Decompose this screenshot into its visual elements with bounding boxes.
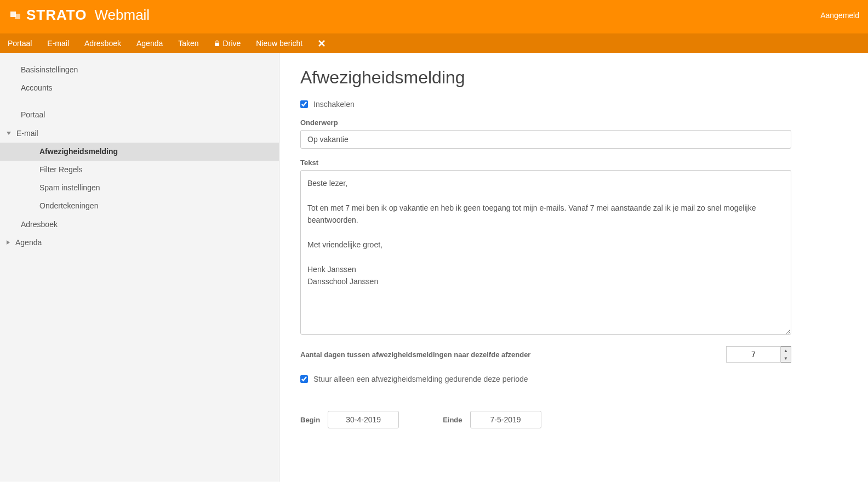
sidebar-email[interactable]: E-mail	[0, 125, 279, 143]
text-textarea[interactable]	[300, 170, 791, 335]
begin-label: Begin	[300, 416, 320, 424]
nav-new-message[interactable]: Nieuw bericht	[256, 39, 302, 48]
nav-adresboek[interactable]: Adresboek	[84, 39, 121, 48]
nav-drive[interactable]: Drive	[214, 39, 241, 48]
date-row: Begin Einde	[300, 411, 791, 428]
brand-name: STRATO	[26, 7, 87, 24]
spinner-down[interactable]: ▼	[781, 354, 791, 362]
sidebar-ondertekeningen[interactable]: Ondertekeningen	[0, 197, 279, 215]
days-row: Aantal dagen tussen afwezigheidsmeldinge…	[300, 346, 791, 363]
close-icon	[318, 39, 326, 47]
spinner-buttons: ▲ ▼	[781, 346, 791, 363]
caret-right-icon	[7, 240, 10, 245]
begin-input[interactable]	[328, 411, 399, 428]
lock-icon	[214, 40, 220, 47]
sidebar-filter-regels[interactable]: Filter Regels	[0, 161, 279, 179]
page-title: Afwezigheidsmelding	[300, 67, 847, 88]
nav-taken[interactable]: Taken	[178, 39, 198, 48]
header-top: STRATO Webmail Aangemeld	[0, 0, 868, 33]
enable-label[interactable]: Inschakelen	[313, 100, 355, 109]
sidebar-email-label: E-mail	[16, 127, 38, 140]
sidebar-portaal[interactable]: Portaal	[0, 106, 279, 124]
enable-row: Inschakelen	[300, 100, 847, 109]
spinner-up[interactable]: ▲	[781, 347, 791, 354]
product-name: Webmail	[94, 7, 150, 24]
einde-label: Einde	[443, 416, 462, 424]
nav-email[interactable]: E-mail	[47, 39, 69, 48]
begin-group: Begin	[300, 411, 399, 428]
period-row: Stuur alleen een afwezigheidsmelding ged…	[300, 375, 847, 383]
nav-portaal[interactable]: Portaal	[8, 39, 32, 48]
sidebar-afwezigheidsmelding[interactable]: Afwezigheidsmelding	[0, 143, 279, 161]
sidebar-adresboek[interactable]: Adresboek	[0, 216, 279, 234]
header: STRATO Webmail Aangemeld Portaal E-mail …	[0, 0, 868, 53]
container: Basisinstellingen Accounts Portaal E-mai…	[0, 53, 868, 482]
sidebar-spam-instellingen[interactable]: Spam instellingen	[0, 179, 279, 197]
nav-close[interactable]	[318, 39, 326, 47]
einde-input[interactable]	[470, 411, 541, 428]
einde-group: Einde	[443, 411, 541, 428]
subject-label: Onderwerp	[300, 118, 847, 127]
subject-input[interactable]	[300, 130, 791, 149]
period-label[interactable]: Stuur alleen een afwezigheidsmelding ged…	[313, 375, 528, 383]
sidebar-agenda[interactable]: Agenda	[0, 234, 279, 252]
days-input[interactable]	[726, 346, 781, 363]
text-label: Tekst	[300, 159, 847, 167]
svg-rect-2	[215, 43, 219, 46]
svg-rect-1	[15, 14, 20, 19]
days-spinner: ▲ ▼	[726, 346, 791, 363]
sidebar-accounts[interactable]: Accounts	[0, 79, 279, 97]
logo[interactable]: STRATO Webmail	[9, 7, 150, 24]
logged-in-status[interactable]: Aangemeld	[820, 11, 859, 20]
caret-down-icon	[7, 132, 11, 135]
nav-agenda[interactable]: Agenda	[136, 39, 163, 48]
nav-drive-label: Drive	[223, 39, 241, 48]
period-checkbox[interactable]	[300, 375, 308, 383]
main-content: Afwezigheidsmelding Inschakelen Onderwer…	[279, 53, 868, 482]
days-label: Aantal dagen tussen afwezigheidsmeldinge…	[300, 351, 530, 359]
enable-checkbox[interactable]	[300, 100, 308, 108]
sidebar: Basisinstellingen Accounts Portaal E-mai…	[0, 53, 279, 482]
subject-row: Onderwerp	[300, 118, 847, 149]
text-row: Tekst	[300, 159, 847, 336]
sidebar-agenda-label: Agenda	[15, 236, 42, 250]
strato-logo-icon	[9, 9, 22, 22]
main-nav: Portaal E-mail Adresboek Agenda Taken Dr…	[0, 33, 868, 53]
sidebar-basisinstellingen[interactable]: Basisinstellingen	[0, 61, 279, 79]
